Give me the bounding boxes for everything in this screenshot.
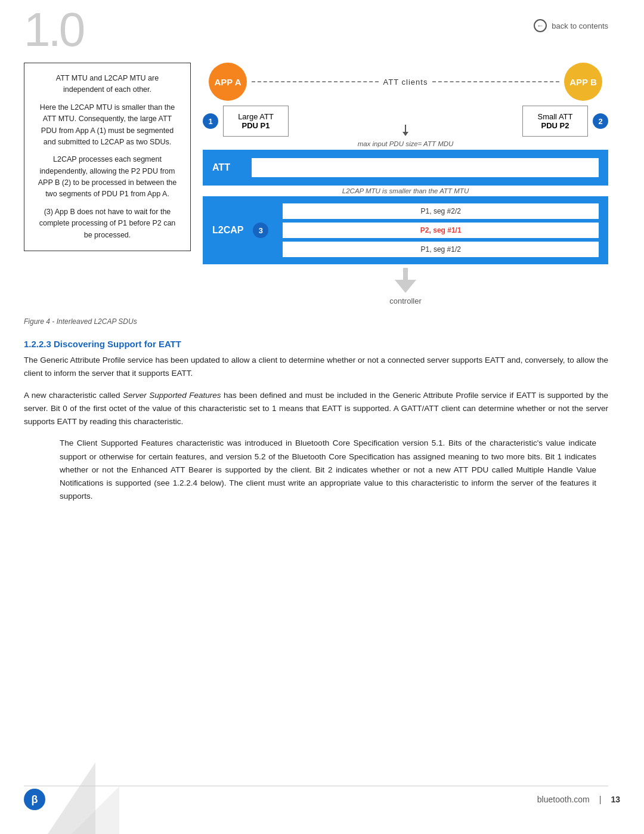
att-block: ATT xyxy=(203,150,608,186)
pdu1-line2: PDU P1 xyxy=(233,121,278,130)
paragraph-3: The Client Supported Features characteri… xyxy=(60,437,596,503)
textbox-para3: L2CAP processes each segment independent… xyxy=(35,154,179,200)
pdu-box-1: Large ATT PDU P1 xyxy=(223,106,289,137)
att-label: ATT xyxy=(212,162,242,173)
pdu-left-group: 1 Large ATT PDU P1 xyxy=(203,106,289,137)
segment-3: P1, seg #1/2 xyxy=(283,242,599,257)
diagram-section: ATT MTU and L2CAP MTU are independent of… xyxy=(24,63,608,305)
pdu-row: 1 Large ATT PDU P1 Small ATT xyxy=(203,106,608,137)
back-arrow-icon: ← xyxy=(534,19,547,32)
textbox-para1: ATT MTU and L2CAP MTU are independent of… xyxy=(35,73,179,96)
footer-page-num: 13 xyxy=(611,795,620,804)
pdu1-line1: Large ATT xyxy=(233,112,278,121)
paragraph-2: A new characteristic called Server Suppo… xyxy=(24,389,608,429)
l2cap-segments: P1, seg #2/2 P2, seg #1/1 P1, seg #1/2 xyxy=(283,203,599,257)
main-content: ATT MTU and L2CAP MTU are independent of… xyxy=(24,63,608,512)
footer-right: bluetooth.com | 13 xyxy=(537,795,620,804)
badge-3: 3 xyxy=(253,223,268,238)
footer-separator: | xyxy=(599,795,602,804)
dashed-line-left xyxy=(252,81,379,82)
l2cap-block: L2CAP 3 P1, seg #2/2 P2, seg #1/1 P1, se… xyxy=(203,196,608,264)
max-input-label: max input PDU size= ATT MDU xyxy=(203,140,608,147)
arrow-down-1 xyxy=(402,125,408,136)
back-to-contents-button[interactable]: ← back to contents xyxy=(534,19,608,32)
pdu-box-2: Small ATT PDU P2 xyxy=(522,106,588,137)
page-watermark: 1.0 xyxy=(24,6,83,54)
figure-caption: Figure 4 - Interleaved L2CAP SDUs xyxy=(24,317,608,326)
dashed-line-right xyxy=(432,81,559,82)
textbox-para2: Here the L2CAP MTU is smaller than the A… xyxy=(35,102,179,149)
deco-shapes xyxy=(0,715,119,834)
textbox-para4: (3) App B does not have to wait for the … xyxy=(35,206,179,241)
section-heading: 1.2.2.3 Discovering Support for EATT xyxy=(24,339,608,349)
controller-label: controller xyxy=(203,296,608,305)
svg-marker-1 xyxy=(0,762,95,834)
att-inner-box xyxy=(252,158,599,177)
diagram-right: APP A ATT clients APP B 1 Large ATT PDU … xyxy=(203,63,608,305)
pdu-right-group: Small ATT PDU P2 2 xyxy=(522,106,608,137)
pdu2-line1: Small ATT xyxy=(532,112,578,121)
badge-1: 1 xyxy=(203,113,218,129)
app-a-circle: APP A xyxy=(209,63,247,101)
para2-italic: Server Supported Features xyxy=(123,391,221,400)
l2cap-label: L2CAP xyxy=(212,225,243,236)
badge-2: 2 xyxy=(593,113,608,129)
explanation-textbox: ATT MTU and L2CAP MTU are independent of… xyxy=(24,63,191,251)
att-clients-label: ATT clients xyxy=(383,78,428,87)
footer-website: bluetooth.com xyxy=(537,795,590,804)
app-b-circle: APP B xyxy=(564,63,602,101)
para2-part1: A new characteristic called xyxy=(24,391,123,400)
l2cap-mtu-label: L2CAP MTU is smaller than the ATT MTU xyxy=(203,187,608,194)
paragraph-1: The Generic Attribute Profile service ha… xyxy=(24,354,608,381)
segment-2: P2, seg #1/1 xyxy=(283,223,599,238)
back-to-contents-label: back to contents xyxy=(552,21,608,30)
controller-arrow xyxy=(203,268,608,293)
app-row: APP A ATT clients APP B xyxy=(203,63,608,101)
pdu2-line2: PDU P2 xyxy=(532,121,578,130)
segment-1: P1, seg #2/2 xyxy=(283,203,599,219)
